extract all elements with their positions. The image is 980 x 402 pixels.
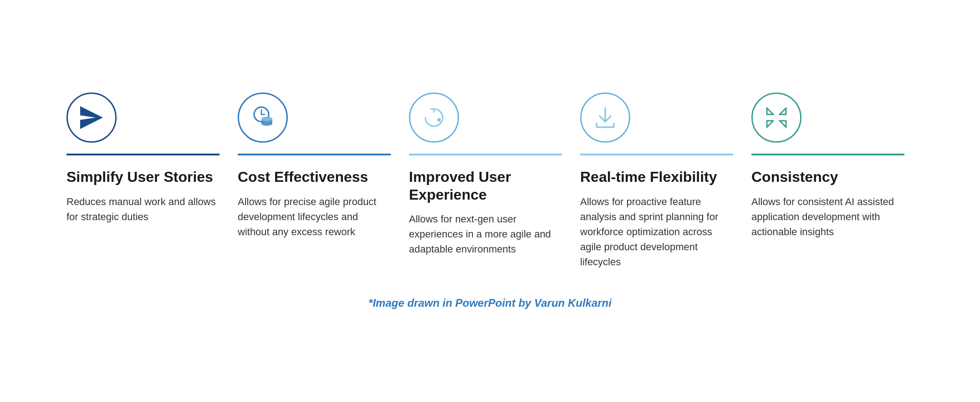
simplify-body: Reduces manual work and allows for strat… (66, 194, 219, 224)
ux-title: Improved User Experience (409, 168, 562, 203)
card-cost: Cost Effectiveness Allows for precise ag… (233, 93, 404, 239)
card-simplify: Simplify User Stories Reduces manual wor… (62, 93, 233, 224)
svg-point-9 (437, 118, 441, 122)
cost-title: Cost Effectiveness (238, 168, 368, 186)
compress-icon (763, 104, 790, 131)
realtime-divider (580, 154, 733, 155)
consistency-body: Allows for consistent AI assisted applic… (751, 194, 904, 239)
svg-line-11 (767, 108, 773, 114)
footer-note: *Image drawn in PowerPoint by Varun Kulk… (62, 297, 918, 309)
card-ux: Improved User Experience Allows for next… (404, 93, 576, 257)
svg-line-13 (767, 121, 773, 127)
refresh-icon (421, 104, 447, 131)
ux-body: Allows for next-gen user experiences in … (409, 211, 562, 257)
card-realtime: Real-time Flexibility Allows for proacti… (576, 93, 747, 269)
svg-line-12 (780, 108, 786, 114)
consistency-title: Consistency (751, 168, 838, 186)
cards-row: Simplify User Stories Reduces manual wor… (62, 93, 918, 269)
cost-divider (238, 154, 391, 155)
send-icon (78, 104, 105, 131)
consistency-icon-circle (751, 93, 801, 143)
simplify-title: Simplify User Stories (66, 168, 213, 186)
coins-icon (250, 104, 276, 131)
simplify-icon-circle (66, 93, 117, 143)
ux-icon-circle (409, 93, 459, 143)
svg-point-8 (261, 117, 272, 121)
cost-icon-circle (238, 93, 288, 143)
cost-body: Allows for precise agile product develop… (238, 194, 391, 239)
ux-divider (409, 154, 562, 155)
realtime-title: Real-time Flexibility (580, 168, 717, 186)
download-icon (592, 104, 618, 131)
svg-line-14 (780, 121, 786, 127)
main-container: Simplify User Stories Reduces manual wor… (35, 74, 945, 327)
card-consistency: Consistency Allows for consistent AI ass… (747, 93, 918, 239)
realtime-body: Allows for proactive feature analysis an… (580, 194, 733, 269)
simplify-divider (66, 154, 219, 155)
svg-marker-0 (80, 106, 103, 129)
consistency-divider (751, 154, 904, 155)
realtime-icon-circle (580, 93, 630, 143)
